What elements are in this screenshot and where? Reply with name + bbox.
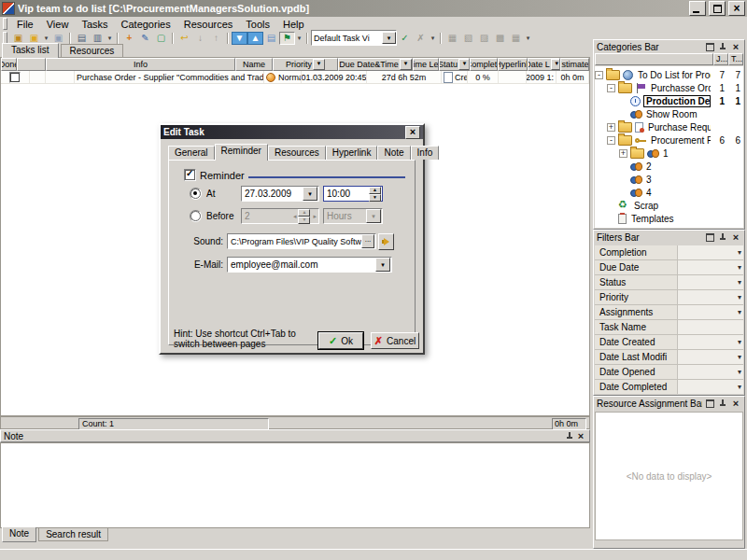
categories-close-button[interactable] [730,42,741,52]
filter-value-dropdown[interactable] [677,350,743,364]
filter-value-dropdown[interactable] [677,335,743,349]
edit-task-icon[interactable]: ✎ [137,32,153,45]
grid-column-header[interactable] [17,58,46,71]
expand-all-icon[interactable]: ▼ [232,32,247,45]
column-filter-icon[interactable] [400,59,412,70]
filter-value-dropdown[interactable] [677,365,743,379]
before-value-spinner[interactable]: 2 ◂ ▲▼ ▸ [241,208,319,224]
note-pin-button[interactable] [564,431,575,441]
grid-column-header[interactable]: Estimated [560,58,589,71]
print-icon[interactable]: ▤ [74,32,90,45]
close-button[interactable] [728,1,745,16]
menu-item[interactable]: File [10,18,40,31]
before-unit-combo[interactable]: Hours [323,208,383,224]
dialog-tab[interactable]: Reminder [215,144,268,161]
sound-path-field[interactable]: C:\Program Files\VIP Quality Software\VI… [227,233,376,249]
delete-view-icon[interactable]: ✗ [413,32,429,45]
at-radio[interactable] [190,188,202,200]
filter-value-dropdown[interactable] [677,275,743,289]
categories-maximize-button[interactable] [704,42,715,52]
tree-item[interactable]: Procurement Policy 6 6 [595,133,743,147]
menu-item[interactable]: Resources [177,18,240,31]
tree-item[interactable]: Scrap [595,199,743,212]
grid-column-header[interactable]: Done [1,58,17,71]
done-checkbox[interactable] [9,72,21,83]
spin-up-icon[interactable]: ▲ [369,187,381,194]
menu-item[interactable]: View [40,18,76,31]
view-caret-icon[interactable]: ▾ [429,32,437,45]
move-down-icon[interactable]: ↓ [192,32,208,45]
export-icon[interactable]: ▨ [476,32,492,45]
report-icon[interactable]: ▦ [444,32,460,45]
tree-item[interactable]: Production Department 1 1 [595,94,743,107]
print-preview-icon[interactable]: ▥ [90,32,106,45]
report-caret-icon[interactable]: ▾ [524,32,532,45]
dialog-tab[interactable]: General [168,146,215,160]
spin-left-icon[interactable]: ◂ [291,213,299,220]
complete-task-icon[interactable]: ↩ [176,32,192,45]
flag-filter-icon[interactable]: ⚑ [279,32,295,45]
before-radio[interactable] [190,210,202,222]
move-up-icon[interactable]: ↑ [208,32,224,45]
category-column-header[interactable] [595,53,713,65]
grid-column-header[interactable]: Info [46,58,235,71]
tree-expander-icon[interactable] [607,84,615,92]
dialog-close-button[interactable] [405,126,420,139]
spin-up-icon[interactable]: ▲ [298,209,310,217]
tree-item[interactable]: 2 [595,160,743,173]
note-editor[interactable] [0,442,590,528]
menu-item[interactable]: Tasks [75,18,114,31]
count-column-header[interactable]: J... [713,53,728,65]
email-combo[interactable]: employee@mail.com [227,257,392,273]
chart-icon[interactable]: ▧ [460,32,476,45]
duplicate-task-icon[interactable]: ▢ [153,32,169,45]
tree-item[interactable]: 3 [595,173,743,186]
note-close-button[interactable] [575,431,586,441]
tree-item[interactable]: 1 [595,147,743,160]
grid-column-header[interactable]: Priority [273,58,338,71]
reminder-date-combo[interactable]: 27.03.2009 [241,186,319,202]
grid-column-header[interactable]: Complete [470,58,498,71]
filters-maximize-button[interactable] [704,232,715,243]
task-row[interactable]: Purchase Order - Supplier "Commodities a… [1,71,589,84]
email-tasks-icon[interactable]: ▤ [263,32,279,45]
count-column-header[interactable]: T... [728,53,743,65]
bottom-tab[interactable]: Search result [38,528,108,541]
tree-expander-icon[interactable] [607,123,615,132]
minimize-button[interactable] [689,1,706,16]
grid-column-header[interactable]: Statu [439,58,470,71]
tree-item[interactable]: Purchasse Orders 1 1 [595,81,743,94]
filters-pin-button[interactable] [717,232,728,243]
filter-value-dropdown[interactable] [677,290,743,304]
grid-column-header[interactable]: Name [235,58,273,71]
filter-value-dropdown[interactable] [677,380,743,394]
menu-grip[interactable] [3,18,7,30]
ok-button[interactable]: ✓ Ok [318,332,363,349]
filter-value-dropdown[interactable] [677,320,743,334]
import-icon[interactable]: ▩ [492,32,508,45]
menu-item[interactable]: Categories [115,18,177,31]
column-filter-icon[interactable] [313,59,325,70]
menu-item[interactable]: Tools [239,18,276,31]
grid-column-header[interactable]: Due Date&Time [338,58,413,71]
task-area-tab[interactable]: Resources [61,44,124,57]
resource-pin-button[interactable] [717,399,728,409]
tree-item[interactable]: Show Room [595,107,743,120]
column-filter-icon[interactable] [458,59,470,70]
tree-expander-icon[interactable] [607,136,615,145]
task-view-combo-box[interactable]: Default Task Vi [311,30,397,46]
apply-view-icon[interactable]: ✓ [397,32,413,45]
column-filter-icon[interactable] [551,59,560,70]
restore-button[interactable] [709,1,726,16]
menu-item[interactable]: Help [276,18,311,31]
spin-right-icon[interactable]: ▸ [311,213,318,220]
categories-pin-button[interactable] [717,42,728,52]
grid-column-header[interactable]: Date L [528,58,560,71]
play-sound-button[interactable] [378,233,394,250]
flag-filter-caret-icon[interactable]: ▾ [295,32,303,45]
task-view-combo[interactable]: Default Task Vi [311,31,397,45]
spin-down-icon[interactable]: ▼ [369,194,381,202]
reminder-checkbox[interactable] [184,169,196,181]
tree-item[interactable]: 4 [595,186,743,199]
tree-item[interactable]: Purchase Requets [595,120,743,133]
